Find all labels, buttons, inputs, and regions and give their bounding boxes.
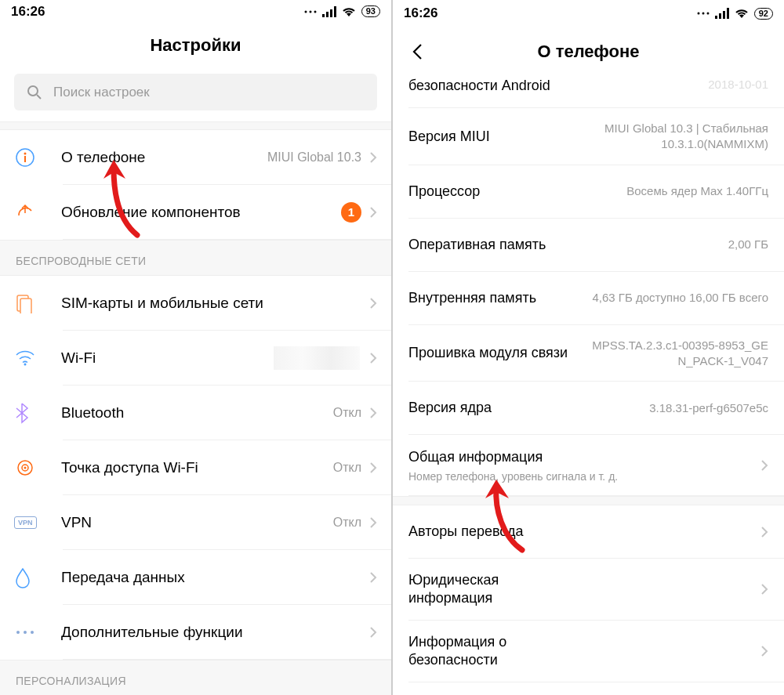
row-ram[interactable]: Оперативная память 2,00 ГБ	[393, 219, 784, 272]
row-label: Bluetooth	[61, 404, 333, 422]
svg-rect-25	[719, 13, 721, 19]
row-wifi[interactable]: Wi-Fi	[0, 331, 391, 386]
divider	[0, 121, 391, 130]
signal-icon	[322, 6, 336, 17]
row-label: Точка доступа Wi-Fi	[61, 459, 333, 476]
back-button[interactable]	[407, 42, 427, 62]
row-security-info[interactable]: Информация о безопасности	[393, 621, 784, 682]
row-processor[interactable]: Процессор Восемь ядер Max 1.40ГГц	[393, 165, 784, 219]
chevron-right-icon	[760, 526, 768, 538]
chevron-right-icon	[369, 516, 377, 529]
search-placeholder: Поиск настроек	[53, 85, 150, 100]
status-icons: 93	[303, 5, 380, 17]
svg-point-0	[304, 10, 307, 13]
row-vpn[interactable]: VPN VPN Откл	[0, 495, 391, 550]
info-label: Внутренняя память	[408, 289, 536, 307]
row-miui-version[interactable]: Версия MIUI MIUI Global 10.3 | Стабильна…	[393, 108, 784, 165]
more-horizontal-icon	[14, 629, 36, 635]
hotspot-icon	[14, 457, 36, 479]
more-icon	[303, 9, 318, 14]
svg-point-17	[24, 466, 27, 469]
svg-rect-3	[322, 14, 325, 17]
info-icon	[14, 147, 36, 168]
info-value: 4,63 ГБ доступно 16,00 ГБ всего	[592, 290, 768, 306]
update-icon	[14, 201, 36, 223]
row-storage[interactable]: Внутренняя память 4,63 ГБ доступно 16,00…	[393, 272, 784, 325]
info-subtitle: Номер телефона, уровень сигнала и т. д.	[408, 470, 760, 483]
svg-point-7	[28, 86, 38, 96]
row-baseband[interactable]: Прошивка модуля связи MPSS.TA.2.3.c1-003…	[393, 325, 784, 382]
info-value: Восемь ядер Max 1.40ГГц	[626, 183, 768, 199]
row-about-phone[interactable]: О телефоне MIUI Global 10.3	[0, 130, 391, 185]
row-kernel[interactable]: Версия ядра 3.18.31-perf-g6507e5c	[393, 382, 784, 435]
info-label: Информация о безопасности	[408, 633, 581, 670]
info-value: MPSS.TA.2.3.c1-00395-8953_GEN_PACK-1_V04…	[588, 338, 768, 370]
chevron-right-icon	[369, 571, 377, 584]
row-label: VPN	[61, 514, 333, 531]
chevron-left-icon	[412, 43, 423, 60]
row-value: Откл	[333, 404, 361, 422]
row-label: Обновление компонентов	[61, 204, 341, 221]
wifi-icon	[341, 6, 357, 17]
more-icon	[696, 11, 710, 16]
svg-rect-27	[727, 8, 729, 19]
wifi-icon	[14, 349, 36, 367]
svg-point-20	[31, 631, 34, 634]
row-more-features[interactable]: Дополнительные функции	[0, 605, 391, 660]
info-label: Авторы перевода	[408, 523, 523, 541]
info-label: Общая информация	[408, 448, 581, 466]
row-label: Дополнительные функции	[61, 624, 369, 641]
update-badge: 1	[341, 202, 361, 223]
row-label: SIM-карты и мобильные сети	[61, 295, 369, 312]
phone-left: 16:26 93 Настройки Поиск настроек О теле…	[0, 0, 391, 695]
chevron-right-icon	[760, 583, 768, 595]
row-data-usage[interactable]: Передача данных	[0, 550, 391, 605]
svg-point-23	[706, 13, 709, 15]
chevron-right-icon	[369, 407, 377, 419]
svg-rect-26	[723, 11, 725, 19]
info-label: Версия ядра	[408, 399, 492, 417]
info-value: 3.18.31-perf-g6507e5c	[649, 400, 768, 416]
info-label: Юридическая информация	[408, 571, 581, 608]
row-security-patch[interactable]: безопасности Android 2018-10-01	[393, 77, 784, 108]
info-value: 2,00 ГБ	[728, 237, 768, 252]
svg-point-18	[16, 631, 20, 634]
chevron-right-icon	[369, 206, 377, 219]
svg-point-19	[24, 631, 27, 634]
row-value: MIUI Global 10.3	[267, 149, 361, 166]
status-bar: 16:26 92	[393, 0, 784, 27]
page-header: О телефоне	[393, 27, 784, 77]
chevron-right-icon	[760, 645, 768, 657]
bluetooth-icon	[14, 402, 30, 424]
section-header-personalization: ПЕРСОНАЛИЗАЦИЯ	[0, 660, 391, 695]
page-header: Настройки	[0, 24, 391, 67]
battery-icon: 92	[754, 8, 773, 20]
chevron-right-icon	[369, 352, 377, 364]
search-input[interactable]: Поиск настроек	[14, 74, 377, 110]
row-bluetooth[interactable]: Bluetooth Откл	[0, 386, 391, 440]
status-icons: 92	[696, 8, 773, 20]
phone-right: 16:26 92 О телефоне безопасности Android…	[393, 0, 784, 695]
info-value: MIUI Global 10.3 | Стабильная 10.3.1.0(N…	[588, 121, 768, 153]
wifi-icon	[734, 8, 750, 19]
row-translation-authors[interactable]: Авторы перевода	[393, 505, 784, 559]
svg-rect-4	[326, 12, 328, 17]
info-label: Оперативная память	[408, 236, 546, 254]
row-sim-networks[interactable]: SIM-карты и мобильные сети	[0, 276, 391, 331]
row-component-updates[interactable]: Обновление компонентов 1	[0, 185, 391, 240]
droplet-icon	[14, 566, 31, 588]
section-header-wireless: БЕСПРОВОДНЫЕ СЕТИ	[0, 240, 391, 276]
chevron-right-icon	[760, 459, 768, 472]
blurred-value	[274, 346, 360, 370]
info-label: Прошивка модуля связи	[408, 344, 568, 362]
status-time: 16:26	[404, 5, 437, 21]
svg-point-22	[702, 13, 704, 15]
chevron-right-icon	[369, 462, 377, 474]
row-legal-info[interactable]: Юридическая информация	[393, 559, 784, 621]
vpn-icon: VPN	[14, 516, 37, 529]
row-value: Откл	[333, 514, 361, 531]
row-hotspot[interactable]: Точка доступа Wi-Fi Откл	[0, 440, 391, 495]
search-icon	[27, 85, 42, 100]
chevron-right-icon	[369, 626, 377, 639]
row-general-info[interactable]: Общая информация Номер телефона, уровень…	[393, 435, 784, 496]
